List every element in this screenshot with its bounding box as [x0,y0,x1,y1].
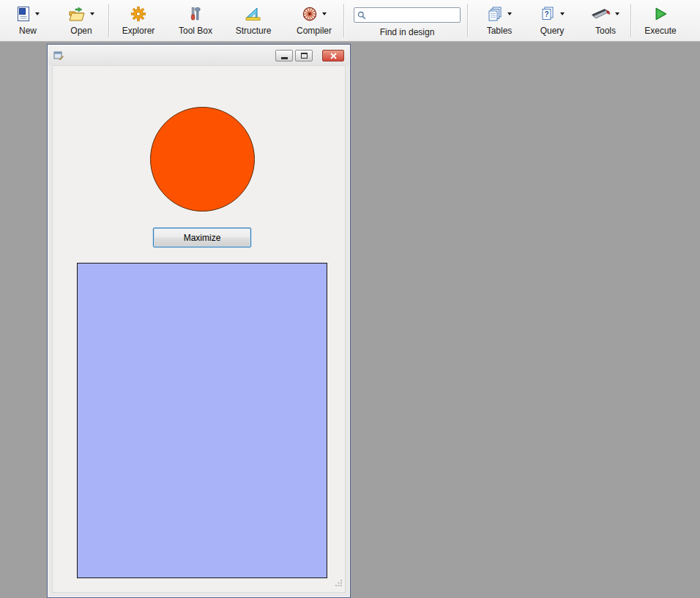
toolbar-separator [630,4,631,37]
orange-circle-shape [150,107,255,212]
minimize-button[interactable] [275,50,293,61]
toolbar-button-compiler[interactable]: Compiler [286,0,342,41]
compiler-icon [302,6,318,22]
toolbar-label-tables: Tables [487,26,513,36]
chevron-down-icon[interactable] [35,12,40,15]
toolbar-label-toolbox: Tool Box [179,26,212,36]
toolbar-button-tables[interactable]: Tables [475,0,524,41]
toolbar-button-query[interactable]: ? Query [529,0,575,41]
toolbar-button-tools[interactable]: Tools [582,0,629,41]
search-input[interactable] [368,10,456,20]
new-document-icon [16,6,31,22]
toolbar-button-toolbox[interactable]: Tool Box [172,0,219,41]
chevron-down-icon[interactable] [322,12,327,15]
toolbar-label-open: Open [70,26,92,36]
tools-icon [592,7,611,21]
open-folder-icon [68,6,86,22]
toolbar-separator [108,4,109,37]
toolbar-label-explorer: Explorer [122,26,155,36]
chevron-down-icon[interactable] [90,12,94,15]
main-toolbar: New Open [0,0,700,42]
find-in-design-group: Find in design [349,0,466,41]
toolbar-label-compiler: Compiler [297,26,332,36]
app-icon[interactable] [53,51,64,61]
toolbar-button-new[interactable]: New [6,0,50,41]
explorer-gear-icon [130,6,146,22]
svg-text:?: ? [544,10,548,18]
find-in-design-searchbox[interactable] [354,7,461,23]
structure-icon [245,6,262,22]
chevron-down-icon[interactable] [507,12,512,15]
maximize-icon [301,53,308,59]
close-button[interactable] [322,50,344,61]
query-icon: ? [540,6,556,22]
minimize-icon [281,57,288,59]
toolbar-button-execute[interactable]: Execute [638,0,682,41]
maximize-form-button[interactable]: Maximize [153,228,251,247]
toolbar-label-execute: Execute [644,26,676,36]
close-icon [330,53,337,59]
toolbar-label-query: Query [540,26,565,36]
app-window: Maximize [47,44,351,598]
tables-icon [487,6,503,22]
form-client-area: Maximize [52,65,346,593]
execute-play-icon [652,6,669,22]
resize-grip[interactable] [335,577,343,590]
chevron-down-icon[interactable] [615,12,619,15]
toolbar-separator [343,4,344,37]
find-in-design-label: Find in design [380,27,435,37]
maximize-window-button[interactable] [295,50,313,61]
desktop: { "toolbar": { "items": [ {"label": "New… [0,0,700,598]
maximize-form-button-label: Maximize [184,233,221,243]
toolbar-label-structure: Structure [236,26,272,36]
toolbox-icon [187,6,204,22]
blue-rectangle-shape [77,263,327,578]
toolbar-button-explorer[interactable]: Explorer [115,0,162,41]
toolbar-button-structure[interactable]: Structure [229,0,278,41]
toolbar-button-open[interactable]: Open [56,0,107,41]
search-icon [357,11,366,20]
toolbar-label-new: New [19,26,37,36]
toolbar-label-tools: Tools [595,26,616,36]
window-controls [273,50,344,61]
toolbar-separator [467,4,468,37]
chevron-down-icon[interactable] [560,12,565,15]
